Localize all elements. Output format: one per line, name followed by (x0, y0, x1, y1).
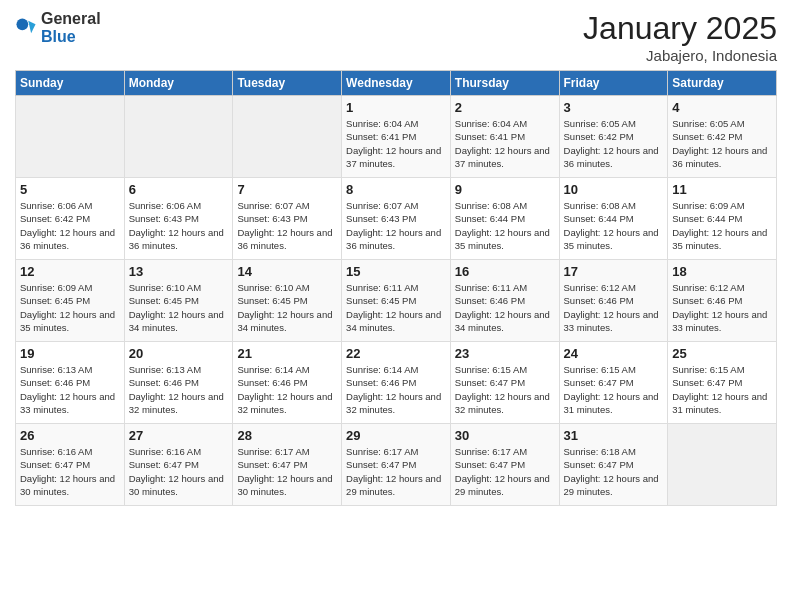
daylight-text: Daylight: 12 hours and 37 minutes. (455, 144, 555, 171)
day-number: 19 (20, 346, 120, 361)
day-info: Sunrise: 6:17 AMSunset: 6:47 PMDaylight:… (455, 445, 555, 498)
table-row: 22Sunrise: 6:14 AMSunset: 6:46 PMDayligh… (342, 342, 451, 424)
day-info: Sunrise: 6:07 AMSunset: 6:43 PMDaylight:… (237, 199, 337, 252)
sunset-text: Sunset: 6:43 PM (346, 212, 446, 225)
table-row: 13Sunrise: 6:10 AMSunset: 6:45 PMDayligh… (124, 260, 233, 342)
day-number: 2 (455, 100, 555, 115)
day-info: Sunrise: 6:13 AMSunset: 6:46 PMDaylight:… (129, 363, 229, 416)
day-number: 22 (346, 346, 446, 361)
daylight-text: Daylight: 12 hours and 33 minutes. (564, 308, 664, 335)
sunset-text: Sunset: 6:46 PM (20, 376, 120, 389)
sunrise-text: Sunrise: 6:10 AM (129, 281, 229, 294)
sunset-text: Sunset: 6:45 PM (237, 294, 337, 307)
header-sunday: Sunday (16, 71, 125, 96)
sunrise-text: Sunrise: 6:17 AM (346, 445, 446, 458)
table-row: 21Sunrise: 6:14 AMSunset: 6:46 PMDayligh… (233, 342, 342, 424)
day-number: 5 (20, 182, 120, 197)
table-row: 1Sunrise: 6:04 AMSunset: 6:41 PMDaylight… (342, 96, 451, 178)
daylight-text: Daylight: 12 hours and 31 minutes. (672, 390, 772, 417)
table-row: 12Sunrise: 6:09 AMSunset: 6:45 PMDayligh… (16, 260, 125, 342)
table-row: 17Sunrise: 6:12 AMSunset: 6:46 PMDayligh… (559, 260, 668, 342)
calendar-week-row: 5Sunrise: 6:06 AMSunset: 6:42 PMDaylight… (16, 178, 777, 260)
table-row: 28Sunrise: 6:17 AMSunset: 6:47 PMDayligh… (233, 424, 342, 506)
day-number: 9 (455, 182, 555, 197)
table-row (668, 424, 777, 506)
table-row: 26Sunrise: 6:16 AMSunset: 6:47 PMDayligh… (16, 424, 125, 506)
logo-icon (15, 17, 37, 39)
day-info: Sunrise: 6:16 AMSunset: 6:47 PMDaylight:… (20, 445, 120, 498)
table-row: 2Sunrise: 6:04 AMSunset: 6:41 PMDaylight… (450, 96, 559, 178)
day-number: 21 (237, 346, 337, 361)
logo-general: General (41, 10, 101, 27)
day-number: 13 (129, 264, 229, 279)
sunset-text: Sunset: 6:45 PM (20, 294, 120, 307)
sunrise-text: Sunrise: 6:15 AM (672, 363, 772, 376)
sunrise-text: Sunrise: 6:14 AM (346, 363, 446, 376)
table-row: 27Sunrise: 6:16 AMSunset: 6:47 PMDayligh… (124, 424, 233, 506)
day-info: Sunrise: 6:05 AMSunset: 6:42 PMDaylight:… (672, 117, 772, 170)
table-row: 16Sunrise: 6:11 AMSunset: 6:46 PMDayligh… (450, 260, 559, 342)
sunrise-text: Sunrise: 6:06 AM (20, 199, 120, 212)
daylight-text: Daylight: 12 hours and 31 minutes. (564, 390, 664, 417)
day-info: Sunrise: 6:05 AMSunset: 6:42 PMDaylight:… (564, 117, 664, 170)
table-row: 24Sunrise: 6:15 AMSunset: 6:47 PMDayligh… (559, 342, 668, 424)
sunset-text: Sunset: 6:47 PM (129, 458, 229, 471)
sunrise-text: Sunrise: 6:17 AM (455, 445, 555, 458)
daylight-text: Daylight: 12 hours and 29 minutes. (455, 472, 555, 499)
table-row: 20Sunrise: 6:13 AMSunset: 6:46 PMDayligh… (124, 342, 233, 424)
svg-point-0 (16, 18, 28, 30)
day-number: 23 (455, 346, 555, 361)
daylight-text: Daylight: 12 hours and 34 minutes. (455, 308, 555, 335)
calendar-week-row: 1Sunrise: 6:04 AMSunset: 6:41 PMDaylight… (16, 96, 777, 178)
calendar-table: Sunday Monday Tuesday Wednesday Thursday… (15, 70, 777, 506)
sunset-text: Sunset: 6:41 PM (455, 130, 555, 143)
day-number: 24 (564, 346, 664, 361)
day-info: Sunrise: 6:16 AMSunset: 6:47 PMDaylight:… (129, 445, 229, 498)
sunset-text: Sunset: 6:47 PM (20, 458, 120, 471)
svg-marker-1 (28, 21, 35, 33)
table-row: 23Sunrise: 6:15 AMSunset: 6:47 PMDayligh… (450, 342, 559, 424)
day-info: Sunrise: 6:17 AMSunset: 6:47 PMDaylight:… (237, 445, 337, 498)
table-row: 18Sunrise: 6:12 AMSunset: 6:46 PMDayligh… (668, 260, 777, 342)
day-number: 6 (129, 182, 229, 197)
day-number: 29 (346, 428, 446, 443)
daylight-text: Daylight: 12 hours and 30 minutes. (20, 472, 120, 499)
day-number: 16 (455, 264, 555, 279)
daylight-text: Daylight: 12 hours and 35 minutes. (455, 226, 555, 253)
daylight-text: Daylight: 12 hours and 32 minutes. (237, 390, 337, 417)
sunset-text: Sunset: 6:47 PM (237, 458, 337, 471)
day-info: Sunrise: 6:11 AMSunset: 6:45 PMDaylight:… (346, 281, 446, 334)
table-row: 29Sunrise: 6:17 AMSunset: 6:47 PMDayligh… (342, 424, 451, 506)
header-wednesday: Wednesday (342, 71, 451, 96)
day-number: 25 (672, 346, 772, 361)
day-number: 17 (564, 264, 664, 279)
sunrise-text: Sunrise: 6:15 AM (455, 363, 555, 376)
day-info: Sunrise: 6:15 AMSunset: 6:47 PMDaylight:… (455, 363, 555, 416)
table-row: 6Sunrise: 6:06 AMSunset: 6:43 PMDaylight… (124, 178, 233, 260)
sunset-text: Sunset: 6:46 PM (237, 376, 337, 389)
table-row: 30Sunrise: 6:17 AMSunset: 6:47 PMDayligh… (450, 424, 559, 506)
table-row (233, 96, 342, 178)
day-number: 7 (237, 182, 337, 197)
sunset-text: Sunset: 6:43 PM (237, 212, 337, 225)
calendar-week-row: 19Sunrise: 6:13 AMSunset: 6:46 PMDayligh… (16, 342, 777, 424)
day-number: 20 (129, 346, 229, 361)
day-number: 3 (564, 100, 664, 115)
day-number: 31 (564, 428, 664, 443)
sunset-text: Sunset: 6:44 PM (564, 212, 664, 225)
day-info: Sunrise: 6:08 AMSunset: 6:44 PMDaylight:… (455, 199, 555, 252)
day-number: 10 (564, 182, 664, 197)
sunset-text: Sunset: 6:43 PM (129, 212, 229, 225)
daylight-text: Daylight: 12 hours and 36 minutes. (237, 226, 337, 253)
sunset-text: Sunset: 6:41 PM (346, 130, 446, 143)
daylight-text: Daylight: 12 hours and 30 minutes. (129, 472, 229, 499)
logo-blue: Blue (41, 28, 76, 45)
sunset-text: Sunset: 6:46 PM (346, 376, 446, 389)
daylight-text: Daylight: 12 hours and 36 minutes. (564, 144, 664, 171)
sunrise-text: Sunrise: 6:13 AM (129, 363, 229, 376)
header-tuesday: Tuesday (233, 71, 342, 96)
daylight-text: Daylight: 12 hours and 36 minutes. (672, 144, 772, 171)
month-title: January 2025 (583, 10, 777, 47)
day-info: Sunrise: 6:09 AMSunset: 6:44 PMDaylight:… (672, 199, 772, 252)
sunrise-text: Sunrise: 6:05 AM (564, 117, 664, 130)
